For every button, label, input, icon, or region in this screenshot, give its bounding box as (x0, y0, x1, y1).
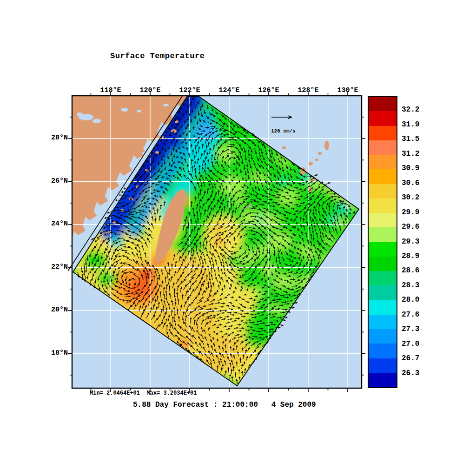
lon-axis-label: 120°E (132, 86, 169, 94)
colorbar-block (369, 242, 397, 257)
figure: Surface Temperature (0, 0, 476, 476)
colorbar-label: 26.3 (402, 369, 419, 377)
colorbar (368, 96, 397, 388)
colorbar-label: 29.3 (402, 238, 419, 246)
lon-axis-label: 122°E (171, 86, 208, 94)
colorbar-label: 31.2 (402, 150, 419, 158)
colorbar-label: 27.6 (402, 311, 419, 319)
lon-axis-label: 128°E (290, 86, 327, 94)
colorbar-block (369, 344, 397, 358)
lat-axis-label: 26°N (40, 177, 68, 185)
colorbar-label: 29.9 (402, 208, 419, 217)
lon-axis-label: 130°E (329, 86, 366, 94)
colorbar-block (369, 155, 397, 169)
colorbar-block (369, 257, 397, 271)
colorbar-block (369, 111, 397, 126)
lat-axis-label: 28°N (40, 134, 68, 142)
colorbar-block (369, 126, 397, 140)
colorbar-block (369, 227, 397, 242)
colorbar-label: 31.5 (402, 135, 419, 143)
colorbar-block (369, 271, 397, 285)
colorbar-block (369, 329, 397, 344)
colorbar-label: 30.9 (402, 164, 419, 172)
colorbar-label: 26.7 (402, 354, 419, 363)
forecast-text: 5.88 Day Forecast : 21:00:00 4 Sep 2009 (133, 401, 316, 409)
colorbar-block (369, 184, 397, 198)
lon-axis-label: 118°E (92, 86, 129, 94)
colorbar-block (369, 315, 397, 329)
lat-axis-label: 18°N (40, 349, 68, 357)
colorbar-label: 28.3 (402, 281, 419, 290)
colorbar-label: 31.9 (402, 120, 419, 129)
colorbar-label: 27.0 (402, 340, 419, 348)
lat-axis-label: 24°N (40, 220, 68, 228)
colorbar-label: 27.3 (402, 325, 419, 333)
stats-text: Min= 2.0464E+01 Max= 3.2034E+01 (90, 390, 197, 397)
colorbar-block (369, 213, 397, 227)
reference-vector-label: 126 cm/s (271, 128, 296, 134)
colorbar-block (369, 97, 397, 111)
colorbar-block (369, 373, 397, 387)
colorbar-label: 28.9 (402, 252, 419, 260)
colorbar-label: 30.2 (402, 193, 419, 202)
colorbar-label: 30.6 (402, 179, 419, 187)
lon-axis-label: 126°E (250, 86, 287, 94)
colorbar-block (369, 300, 397, 315)
colorbar-block (369, 285, 397, 300)
colorbar-label: 28.6 (402, 266, 419, 275)
lon-axis-label: 124°E (211, 86, 248, 94)
colorbar-block (369, 169, 397, 184)
colorbar-label: 28.0 (402, 296, 419, 304)
colorbar-block (369, 198, 397, 213)
colorbar-label: 29.6 (402, 223, 419, 231)
lat-axis-label: 20°N (40, 306, 68, 314)
colorbar-label: 32.2 (402, 106, 419, 114)
colorbar-block (369, 358, 397, 373)
colorbar-block (369, 140, 397, 155)
lat-axis-label: 22°N (40, 263, 68, 271)
